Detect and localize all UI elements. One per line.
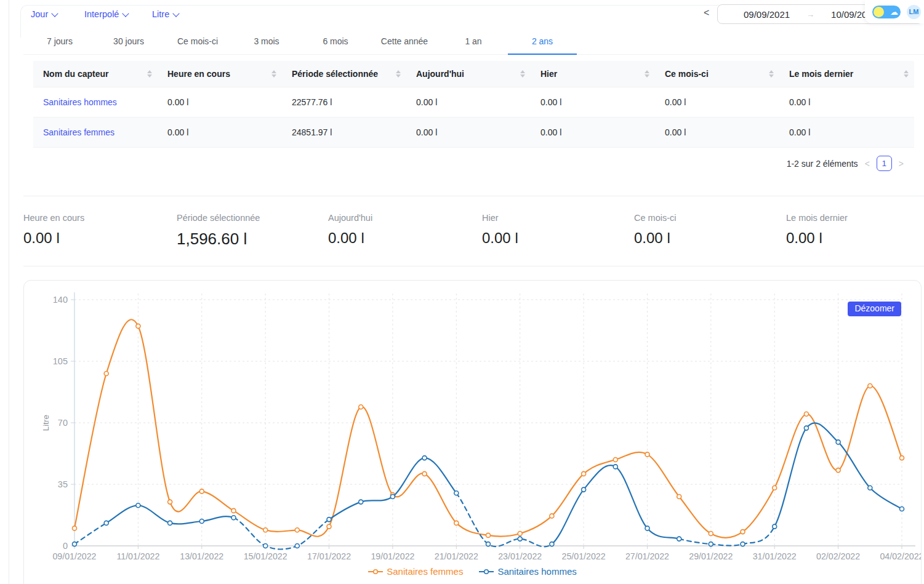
sort-icon[interactable] xyxy=(520,70,525,78)
stat-label: Aujourd'hui xyxy=(328,213,372,223)
series-line-sanitaires-hommes xyxy=(74,523,106,544)
svg-text:19/01/2022: 19/01/2022 xyxy=(371,551,414,561)
table-body: Sanitaires hommes0.00 l22577.76 l0.00 l0… xyxy=(33,87,914,148)
legend-marker-icon xyxy=(479,569,494,575)
stat-heure-en-cours: Heure en cours0.00 l xyxy=(23,196,84,247)
chart-canvas[interactable]: 0357010514009/01/202211/01/202213/01/202… xyxy=(24,281,922,584)
column-header: Ce mois-ci xyxy=(655,69,779,79)
svg-text:11/01/2022: 11/01/2022 xyxy=(116,551,159,561)
dashboard-page: { "colors": { "accent": "#4355f2", "tab_… xyxy=(0,0,924,584)
svg-text:35: 35 xyxy=(58,479,68,489)
chevron-right-icon[interactable]: > xyxy=(898,159,905,169)
legend-label: Sanitaires femmes xyxy=(387,566,463,577)
tab-6-mois[interactable]: 6 mois xyxy=(301,29,370,54)
table-cell: 0.00 l xyxy=(158,127,282,137)
stat-label: Heure en cours xyxy=(23,213,84,223)
tab-ce-mois-ci[interactable]: Ce mois-ci xyxy=(163,29,232,54)
column-header: Nom du capteur xyxy=(33,69,158,79)
sort-icon[interactable] xyxy=(645,70,649,78)
table-row: Sanitaires hommes0.00 l22577.76 l0.00 l0… xyxy=(33,87,914,118)
svg-text:27/01/2022: 27/01/2022 xyxy=(625,551,669,561)
sun-icon xyxy=(874,7,884,17)
stat-value: 0.00 l xyxy=(328,230,372,247)
table-cell: 0.00 l xyxy=(655,127,779,137)
stat-value: 1,596.60 l xyxy=(177,230,260,249)
day-night-toggle[interactable]: ☁ xyxy=(872,6,901,18)
chevron-down-icon xyxy=(123,10,129,17)
svg-text:105: 105 xyxy=(53,356,68,366)
period-tabs: 7 jours30 joursCe mois-ci3 mois6 moisCet… xyxy=(23,29,924,55)
dropdown-interpolé[interactable]: Interpolé xyxy=(84,9,128,19)
stat-label: Ce mois-ci xyxy=(634,213,676,223)
legend-item-sanitaires-hommes[interactable]: Sanitaires hommes xyxy=(479,566,576,577)
sensor-link[interactable]: Sanitaires hommes xyxy=(33,97,158,107)
stat-le-mois-dernier: Le mois dernier0.00 l xyxy=(786,196,848,247)
series-line-sanitaires-hommes xyxy=(679,527,774,546)
svg-text:17/01/2022: 17/01/2022 xyxy=(307,551,351,561)
svg-text:31/01/2022: 31/01/2022 xyxy=(753,551,797,561)
tab-cette-année[interactable]: Cette année xyxy=(370,29,439,54)
svg-text:13/01/2022: 13/01/2022 xyxy=(180,551,223,561)
stat-période-sélectionnée: Période sélectionnée1,596.60 l xyxy=(177,196,260,249)
legend-marker-icon xyxy=(368,569,383,575)
table-cell: 0.00 l xyxy=(779,97,914,107)
table-cell: 0.00 l xyxy=(655,97,779,107)
series-line-sanitaires-hommes xyxy=(552,465,679,544)
column-header-label: Aujourd'hui xyxy=(416,69,464,79)
column-header: Période sélectionnée xyxy=(282,69,406,79)
chevron-left-icon[interactable]: < xyxy=(864,159,871,169)
sort-icon[interactable] xyxy=(271,70,276,78)
stat-hier: Hier0.00 l xyxy=(482,196,518,247)
sort-icon[interactable] xyxy=(396,70,401,78)
tab-1-an[interactable]: 1 an xyxy=(439,29,508,54)
svg-text:29/01/2022: 29/01/2022 xyxy=(689,551,733,561)
table-cell: 0.00 l xyxy=(406,97,531,107)
svg-text:02/02/2022: 02/02/2022 xyxy=(816,551,860,561)
table-row: Sanitaires femmes0.00 l24851.97 l0.00 l0… xyxy=(33,118,914,148)
sort-icon[interactable] xyxy=(904,70,909,78)
sort-icon[interactable] xyxy=(147,70,152,78)
svg-text:04/02/2022: 04/02/2022 xyxy=(880,551,922,561)
table-cell: 0.00 l xyxy=(531,97,655,107)
stat-label: Période sélectionnée xyxy=(177,213,260,223)
sensor-link[interactable]: Sanitaires femmes xyxy=(33,127,158,137)
table-cell: 0.00 l xyxy=(531,127,655,137)
series-line-sanitaires-hommes xyxy=(234,518,329,549)
tab-2-ans[interactable]: 2 ans xyxy=(508,29,577,54)
chevron-left-icon[interactable]: < xyxy=(704,7,709,18)
chevron-down-icon xyxy=(173,10,180,17)
svg-text:0: 0 xyxy=(63,541,68,551)
dropdown-label: Interpolé xyxy=(84,9,119,19)
svg-text:140: 140 xyxy=(53,295,68,305)
tab-30-jours[interactable]: 30 jours xyxy=(94,29,163,54)
legend-item-sanitaires-femmes[interactable]: Sanitaires femmes xyxy=(368,566,463,577)
column-header-label: Ce mois-ci xyxy=(665,69,709,79)
date-start[interactable]: 09/09/2021 xyxy=(744,9,790,20)
top-right-panel: ☁ LM xyxy=(865,0,924,23)
pagination-summary: 1-2 sur 2 éléments xyxy=(787,159,858,169)
table-cell: 24851.97 l xyxy=(282,127,406,137)
table-cell: 0.00 l xyxy=(406,127,531,137)
stat-value: 0.00 l xyxy=(482,230,518,247)
page-left-border xyxy=(9,0,9,584)
column-header: Heure en cours xyxy=(158,69,282,79)
svg-text:23/01/2022: 23/01/2022 xyxy=(498,551,542,561)
page-number-button[interactable]: 1 xyxy=(877,156,892,171)
dropdown-jour[interactable]: Jour xyxy=(31,9,57,19)
tab-3-mois[interactable]: 3 mois xyxy=(232,29,301,54)
stat-aujourd'hui: Aujourd'hui0.00 l xyxy=(328,196,372,247)
table-cell: 0.00 l xyxy=(158,97,282,107)
column-header-label: Période sélectionnée xyxy=(292,69,378,79)
tab-7-jours[interactable]: 7 jours xyxy=(25,29,94,54)
sort-icon[interactable] xyxy=(769,70,774,78)
dropdown-litre[interactable]: Litre xyxy=(152,9,179,19)
stat-label: Hier xyxy=(482,213,518,223)
zoom-out-button[interactable]: Dézoomer xyxy=(848,302,901,316)
pagination: 1-2 sur 2 éléments < 1 > xyxy=(787,156,905,171)
chart-legend: Sanitaires femmesSanitaires hommes xyxy=(24,566,921,577)
chevron-down-icon xyxy=(52,10,58,17)
user-avatar[interactable]: LM xyxy=(907,5,921,19)
dropdown-label: Litre xyxy=(152,9,169,19)
stat-label: Le mois dernier xyxy=(786,213,848,223)
series-line-sanitaires-femmes xyxy=(74,319,902,538)
